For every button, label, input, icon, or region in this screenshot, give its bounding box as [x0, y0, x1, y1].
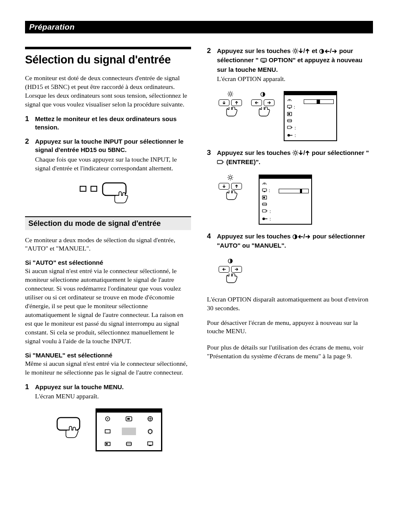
contrast-icon — [228, 258, 233, 265]
menu-grid-icon — [104, 441, 111, 447]
section-header: Préparation — [25, 21, 373, 33]
step-number: 1 — [25, 383, 29, 391]
input-diagram-svg — [73, 180, 144, 206]
option-row — [287, 112, 334, 116]
page-title: Sélection du signal d'entrée — [25, 47, 191, 66]
up-button — [231, 183, 242, 190]
step-body: L'écran OPTION apparaît. — [217, 75, 373, 84]
option-panel: : : : — [284, 91, 337, 141]
brightness-button-group — [219, 175, 242, 205]
t: Appuyez sur les touches — [217, 47, 292, 54]
arrow-right-icon — [332, 48, 338, 56]
option-row — [262, 202, 309, 206]
menu-grid-icon — [146, 428, 154, 434]
menu-grid-icon — [125, 441, 133, 447]
t: (ENTREE)". — [226, 158, 260, 165]
contrast-button-group — [219, 258, 242, 288]
list-item: 2 Appuyez sur les touches / et — [207, 47, 373, 141]
svg-line-68 — [228, 179, 229, 180]
left-column: Sélection du signal d'entrée Ce moniteur… — [25, 47, 191, 459]
svg-point-5 — [107, 418, 108, 419]
step-text: Appuyez sur les touches / pour sélection… — [217, 232, 373, 250]
svg-rect-11 — [105, 430, 110, 433]
t: Appuyez sur les touches — [217, 233, 292, 240]
svg-point-51 — [294, 152, 297, 154]
mode-intro: Ce moniteur a deux modes de sélection du… — [25, 236, 191, 253]
option-value-bar — [279, 189, 309, 193]
contrast-icon — [260, 91, 265, 99]
contrast-diagram-step4 — [219, 258, 373, 288]
svg-rect-43 — [287, 105, 292, 108]
svg-rect-0 — [80, 186, 86, 191]
option-row: : — [287, 104, 334, 109]
step-text: Appuyez sur la touche MENU. — [35, 383, 191, 391]
brightness-button-group — [219, 91, 242, 121]
svg-line-58 — [293, 154, 294, 155]
list-item: 2 Appuyez sur la touche INPUT pour sélec… — [25, 137, 191, 172]
option-row: : — [287, 125, 334, 130]
svg-rect-17 — [148, 442, 153, 445]
svg-rect-1 — [91, 186, 97, 191]
brightness-icon — [292, 48, 298, 56]
step-text: Appuyez sur la touche INPUT pour sélecti… — [35, 137, 191, 155]
list-item: 1 Appuyez sur la touche MENU. L'écran ME… — [25, 383, 191, 401]
arrow-right-icon — [305, 233, 311, 241]
down-button — [219, 99, 229, 106]
manuel-body: Même si aucun signal n'est entré via le … — [25, 360, 191, 377]
two-column-layout: Sélection du signal d'entrée Ce moniteur… — [25, 47, 373, 459]
svg-rect-77 — [262, 210, 266, 212]
svg-point-32 — [229, 93, 232, 95]
contrast-icon — [319, 48, 324, 56]
svg-rect-46 — [288, 113, 290, 115]
menu-screen-diagram — [25, 408, 191, 451]
arrow-down-icon — [298, 48, 303, 56]
intro-paragraph: Ce moniteur est doté de deux connecteurs… — [25, 74, 191, 109]
step-number: 3 — [207, 149, 211, 157]
arrow-up-icon — [305, 48, 310, 56]
procedure-list-left: 1 Mettez le moniteur et les deux ordinat… — [25, 115, 191, 173]
auto-heading: Si "AUTO" est sélectionné — [25, 259, 191, 266]
right-button — [264, 99, 275, 106]
contrast-icon — [292, 233, 297, 241]
svg-rect-49 — [287, 126, 291, 129]
hand-icon — [222, 274, 239, 288]
right-button — [231, 266, 242, 273]
list-item: 1 Mettez le moniteur et les deux ordinat… — [25, 115, 191, 132]
svg-rect-72 — [264, 191, 265, 192]
svg-rect-7 — [127, 418, 130, 420]
svg-line-38 — [232, 95, 233, 96]
section-header-text: Préparation — [29, 23, 75, 31]
svg-line-27 — [297, 49, 297, 50]
contrast-button-group — [251, 91, 275, 121]
subsection-heading: Sélection du mode de signal d'entrée — [25, 216, 191, 230]
arrow-down-icon — [298, 149, 303, 158]
svg-rect-31 — [262, 62, 265, 63]
auto-body: Si aucun signal n'est entré via le conne… — [25, 267, 191, 345]
entree-icon — [217, 159, 224, 167]
step-body: L'écran MENU apparaît. — [35, 392, 191, 401]
svg-line-40 — [232, 92, 233, 93]
option-diagram-step3: : : : — [219, 175, 373, 225]
footer-text-3: Pour plus de détails sur l'utilisation d… — [207, 343, 373, 361]
arrow-left-icon — [297, 233, 303, 241]
option-row: : — [262, 209, 309, 214]
svg-line-59 — [297, 151, 297, 152]
procedure-list-right: 2 Appuyez sur les touches / et — [207, 47, 373, 288]
step-text: Mettez le moniteur et les deux ordinateu… — [35, 115, 191, 132]
option-panel: : : : — [259, 175, 312, 225]
left-button — [251, 99, 262, 106]
step-number: 2 — [25, 137, 29, 146]
menu-grid-icon — [122, 428, 136, 435]
menu-grid-panel — [96, 408, 162, 451]
step-number: 4 — [207, 232, 211, 241]
option-row — [287, 119, 334, 123]
svg-line-56 — [293, 151, 294, 152]
hand-icon — [222, 190, 239, 205]
hand-icon — [254, 107, 271, 121]
svg-line-37 — [228, 92, 229, 93]
svg-point-61 — [229, 176, 232, 179]
menu-grid-icon — [146, 416, 154, 422]
svg-line-69 — [232, 175, 233, 176]
svg-line-67 — [232, 179, 233, 180]
svg-rect-60 — [217, 160, 222, 164]
